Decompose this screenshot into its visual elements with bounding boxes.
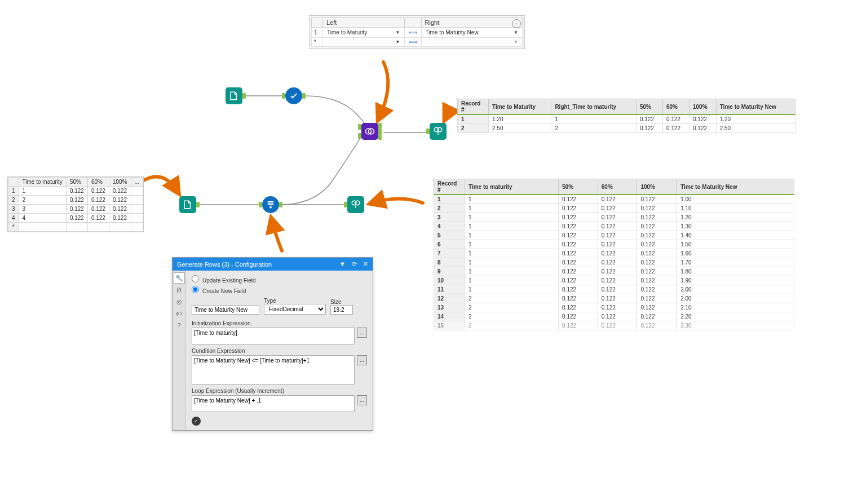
join-right-dropdown[interactable]: Time to Maturity New▼ — [424, 28, 520, 37]
init-ellipsis-button[interactable]: … — [357, 328, 367, 338]
remove-row-button[interactable]: − — [512, 19, 521, 28]
init-expr-label: Initialization Expression — [192, 320, 367, 326]
browse-tool-bottom[interactable] — [347, 196, 364, 213]
dropdown-icon[interactable]: ▼ — [339, 260, 346, 267]
browse-tool-top[interactable] — [430, 123, 447, 140]
swap-icon[interactable]: ⇐⇒ — [404, 28, 421, 38]
generate-rows-output-table: Record #Time to maturity50%60%100%Time t… — [434, 179, 794, 330]
join-left-header: Left — [323, 18, 405, 28]
type-select[interactable]: FixedDecimal — [264, 304, 326, 315]
close-icon[interactable]: ✕ — [363, 260, 368, 267]
loop-expr-input[interactable]: [Time to Maturity New] + .1 — [192, 395, 355, 412]
cond-expr-label: Condition Expression — [192, 348, 367, 354]
size-label: Size — [330, 299, 353, 305]
svg-rect-5 — [268, 204, 274, 205]
generate-rows-tool[interactable] — [262, 196, 279, 213]
create-new-radio[interactable] — [192, 286, 199, 293]
select-tool[interactable] — [285, 87, 302, 104]
field-name-input[interactable] — [192, 305, 259, 315]
text-input-tool-2[interactable] — [179, 196, 196, 213]
config-window-title-bar[interactable]: Generate Rows (3) - Configuration ▼ ⟳ ✕ — [173, 258, 373, 271]
generate-rows-config-window: Generate Rows (3) - Configuration ▼ ⟳ ✕ … — [172, 257, 373, 431]
init-expr-input[interactable]: [Time to maturity] — [192, 328, 355, 344]
tag-icon[interactable]: 🏷 — [174, 308, 185, 319]
wrench-icon[interactable]: 🔧 — [174, 272, 185, 284]
join-config-panel: − Left Right 1 Time to Maturity▼ ⇐⇒ Time… — [309, 15, 525, 49]
config-tabs[interactable]: 🔧 ⟨⁄⟩ ◎ 🏷 ? — [173, 271, 186, 430]
xml-icon[interactable]: ⟨⁄⟩ — [174, 284, 185, 295]
restore-icon[interactable]: ⟳ — [352, 260, 357, 267]
join-output-table: Record #Time to MaturityRight_Time to ma… — [457, 99, 795, 133]
size-input[interactable] — [330, 305, 353, 315]
update-existing-label: Update Existing Field — [202, 277, 256, 284]
config-window-title: Generate Rows (3) - Configuration — [177, 261, 272, 268]
join-right-header: Right — [421, 18, 522, 28]
join-tool[interactable] — [361, 123, 378, 140]
join-left-dropdown[interactable]: Time to Maturity▼ — [325, 28, 402, 37]
create-new-label: Create New Field — [202, 288, 246, 294]
input-data-table: Time to maturity 50% 60% 100% ... 110.12… — [7, 176, 144, 232]
text-input-tool[interactable] — [226, 87, 242, 104]
type-label: Type — [264, 298, 326, 304]
loop-ellipsis-button[interactable]: … — [357, 395, 367, 405]
loop-expr-label: Loop Expression (Usually Increment) — [192, 388, 367, 394]
update-existing-radio[interactable] — [192, 275, 199, 282]
cond-ellipsis-button[interactable]: … — [357, 355, 367, 365]
status-ok-icon: ✓ — [192, 417, 201, 426]
target-icon[interactable]: ◎ — [174, 296, 185, 307]
cond-expr-input[interactable]: [Time to Maturity New] <= [Time to matur… — [192, 355, 355, 384]
help-icon[interactable]: ? — [174, 320, 185, 331]
svg-rect-4 — [268, 201, 274, 202]
